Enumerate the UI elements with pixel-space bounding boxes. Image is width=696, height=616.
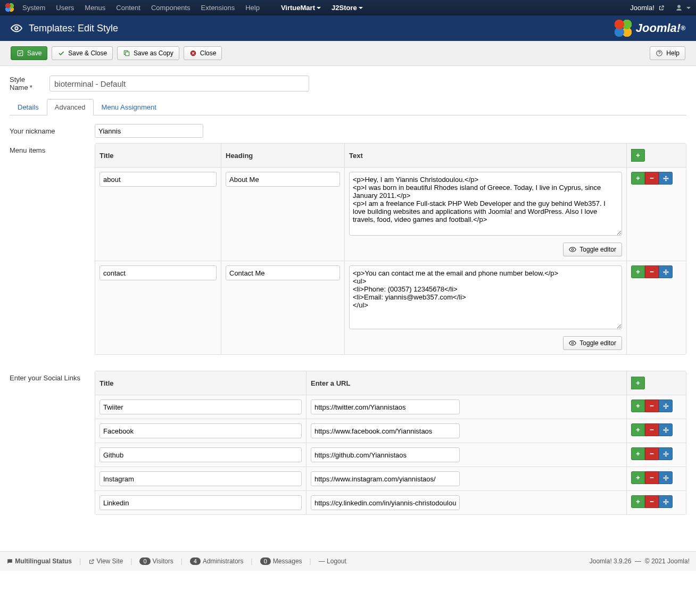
col-text: Text — [345, 144, 627, 168]
row-move-button[interactable] — [659, 265, 673, 278]
logout-link[interactable]: — Logout — [319, 557, 346, 565]
social-url-input[interactable] — [311, 399, 460, 414]
menu-j2store[interactable]: J2Store — [326, 4, 368, 12]
nickname-input[interactable] — [95, 124, 203, 138]
eye-icon — [569, 339, 576, 347]
social-url-input[interactable] — [311, 471, 460, 486]
social-url-input[interactable] — [311, 423, 460, 438]
menu-item-text-input[interactable]: <p>Hey, I am Yiannis Christodoulou.</p> … — [349, 172, 622, 236]
toggle-editor-button[interactable]: Toggle editor — [563, 336, 622, 350]
visitors-status[interactable]: 0Visitors — [139, 557, 173, 565]
multilingual-status[interactable]: Multilingual Status — [6, 557, 72, 565]
menu-users[interactable]: Users — [51, 4, 79, 12]
row-remove-button[interactable] — [645, 399, 659, 412]
close-button[interactable]: Close — [184, 46, 222, 60]
row-add-button[interactable] — [631, 265, 645, 278]
external-link-icon — [658, 5, 665, 11]
row-remove-button[interactable] — [645, 495, 659, 508]
menu-item-heading-input[interactable] — [226, 172, 340, 187]
social-url-input[interactable] — [311, 495, 460, 510]
plus-icon — [635, 403, 641, 409]
menu-menus[interactable]: Menus — [79, 4, 111, 12]
top-menubar: System Users Menus Content Components Ex… — [0, 0, 696, 15]
menu-items-label: Menu items — [10, 143, 95, 154]
menu-system[interactable]: System — [17, 4, 51, 12]
tabs: Details Advanced Menu Assignment — [10, 99, 686, 115]
save-copy-button[interactable]: Save as Copy — [117, 46, 179, 60]
svg-point-6 — [572, 342, 574, 344]
menu-components[interactable]: Components — [146, 4, 196, 12]
menu-item-text-input[interactable]: <p>You can contact me at the email and p… — [349, 265, 622, 329]
menu-item-title-input[interactable] — [100, 172, 217, 187]
row-move-button[interactable] — [659, 423, 673, 436]
save-close-button[interactable]: Save & Close — [52, 46, 113, 60]
social-url-input[interactable] — [311, 447, 460, 462]
tab-menu-assignment[interactable]: Menu Assignment — [94, 99, 164, 115]
site-link[interactable]: Joomla! — [625, 4, 670, 12]
row-remove-button[interactable] — [645, 447, 659, 460]
row-remove-button[interactable] — [645, 471, 659, 484]
move-icon — [663, 403, 669, 409]
save-button[interactable]: Save — [11, 46, 47, 60]
menu-item-heading-input[interactable] — [226, 265, 340, 280]
toggle-editor-button[interactable]: Toggle editor — [563, 243, 622, 256]
menu-extensions[interactable]: Extensions — [196, 4, 241, 12]
help-button[interactable]: Help — [650, 46, 685, 60]
page-header: Templates: Edit Style Joomla!® — [0, 15, 696, 41]
check-icon — [57, 49, 65, 57]
view-site-link[interactable]: View Site — [88, 557, 123, 565]
apply-icon — [16, 49, 24, 57]
row-add-button[interactable] — [631, 447, 645, 460]
tab-advanced[interactable]: Advanced — [47, 99, 94, 115]
move-icon — [663, 475, 669, 481]
menu-item-title-input[interactable] — [100, 265, 217, 280]
nickname-label: Your nickname — [10, 124, 95, 135]
plus-icon — [635, 499, 641, 504]
eye-icon — [11, 22, 22, 34]
style-name-row: Style Name* — [10, 76, 686, 91]
eye-icon — [569, 246, 576, 253]
row-add-button[interactable] — [631, 495, 645, 508]
minus-icon — [649, 475, 654, 480]
row-add-button[interactable] — [631, 471, 645, 484]
social-title-input[interactable] — [100, 423, 302, 438]
add-row-button[interactable] — [631, 377, 645, 389]
row-remove-button[interactable] — [645, 423, 659, 436]
minus-icon — [649, 403, 654, 409]
row-move-button[interactable] — [659, 495, 673, 508]
svg-rect-1 — [18, 51, 22, 55]
social-title-input[interactable] — [100, 495, 302, 510]
status-bar: Multilingual Status | View Site | 0Visit… — [0, 551, 696, 571]
admins-status[interactable]: 4Administrators — [190, 557, 244, 565]
style-name-input[interactable] — [49, 76, 309, 91]
social-title-input[interactable] — [100, 471, 302, 486]
row-add-button[interactable] — [631, 172, 645, 185]
menu-virtuemart[interactable]: VirtueMart — [276, 4, 326, 12]
plus-icon — [635, 451, 641, 456]
table-row — [95, 419, 686, 443]
minus-icon — [649, 499, 654, 504]
user-menu[interactable] — [675, 3, 691, 12]
row-move-button[interactable] — [659, 447, 673, 460]
table-row — [95, 443, 686, 467]
brand-logo: Joomla!® — [614, 19, 685, 38]
row-remove-button[interactable] — [645, 172, 659, 185]
row-move-button[interactable] — [659, 399, 673, 412]
row-remove-button[interactable] — [645, 265, 659, 278]
row-add-button[interactable] — [631, 423, 645, 436]
social-title-input[interactable] — [100, 447, 302, 462]
menu-help[interactable]: Help — [240, 4, 265, 12]
chevron-down-icon — [686, 7, 691, 9]
add-row-button[interactable] — [631, 149, 645, 162]
move-icon — [663, 427, 669, 433]
tab-details[interactable]: Details — [10, 99, 47, 115]
minus-icon — [649, 427, 654, 432]
menu-content[interactable]: Content — [111, 4, 146, 12]
messages-status[interactable]: 0Messages — [260, 557, 302, 565]
row-move-button[interactable] — [659, 471, 673, 484]
row-move-button[interactable] — [659, 172, 673, 185]
action-toolbar: Save Save & Close Save as Copy Close Hel… — [0, 41, 696, 66]
row-add-button[interactable] — [631, 399, 645, 412]
social-title-input[interactable] — [100, 399, 302, 414]
plus-icon — [635, 153, 641, 158]
